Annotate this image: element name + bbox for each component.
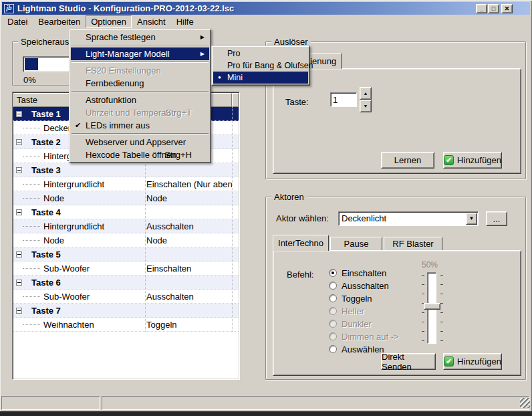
minimize-button[interactable]: _ [476,4,487,13]
tree-collapse-icon[interactable] [16,251,22,257]
row-label: Weihnachten [43,318,94,332]
table-row[interactable]: Hintergrundlicht Ausschalten [13,219,239,233]
menu-bearbeiten[interactable]: Bearbeiten [33,15,86,28]
menu-item-webserver-und-appserver[interactable]: Webserver und Appserver [71,136,209,148]
hinzufuegen-button-label: Hinzufügen [457,356,501,367]
maximize-button[interactable]: □ [488,4,499,13]
menu-item-astrofunktion[interactable]: Astrofunktion [71,94,209,106]
taste-spin-up-icon[interactable]: ▲ [360,87,372,100]
tab-label: Pause [344,239,369,249]
menu-item-hexcode-tabelle-oeffnen[interactable]: Hexcode Tabelle öffnen Strg+H [71,148,209,161]
menu-ansicht[interactable]: Ansicht [132,15,171,28]
close-button[interactable]: ✕ [501,4,513,13]
table-row[interactable]: Node Node [13,191,239,205]
taste-spin-down-icon[interactable]: ▼ [360,100,372,112]
radio-icon [329,320,337,328]
radio-ausschalten[interactable]: Ausschalten [329,281,399,291]
table-row[interactable]: Taste 3 [13,163,239,177]
menu-item-leds-immer-aus[interactable]: ✔ LEDs immer aus [71,119,209,132]
hinzufuegen-button-label: Hinzufügen [457,155,501,165]
tree-collapse-icon[interactable] [16,167,22,173]
radio-icon [329,294,337,302]
tab-rf-blaster[interactable]: RF Blaster [384,237,442,251]
table-row[interactable]: Node Node [13,233,239,247]
aktoren-hinzufuegen-button[interactable]: ✔ Hinzufügen [443,353,502,370]
menu-item-label: Uhrzeit und Temperatur [86,108,176,118]
menu-hilfe[interactable]: Hilfe [171,15,199,28]
menu-datei[interactable]: Datei [2,15,33,28]
combo-dropdown-icon[interactable]: ▼ [466,213,477,225]
title-bar[interactable]: jb Lightman Studio - Konfiguration-PRO-2… [2,2,530,15]
taste-input[interactable] [330,92,357,107]
menu-item-sprache-festlegen[interactable]: Sprache festlegen ▶ [71,31,209,43]
ausloeser-hinzufuegen-button[interactable]: ✔ Hinzufügen [443,152,502,169]
row-value: Node [146,191,232,205]
submenu-item-label: Pro [227,49,240,58]
menu-item-label: Hexcode Tabelle öffnen [86,150,176,160]
row-label: Sub-Woofer [43,290,90,304]
checkmark-icon: ✔ [75,119,81,132]
radio-toggeln[interactable]: Toggeln [329,294,399,304]
menu-item-label: LEDs immer aus [86,120,150,130]
menu-item-label: Sprache festlegen [86,32,156,42]
menu-shortcut: Strg+H [164,148,192,161]
table-row[interactable]: Taste 5 [13,247,239,262]
resize-grip[interactable] [520,398,530,408]
lernen-button-label: Lernen [394,155,421,165]
table-row[interactable]: Taste 7 [13,304,239,318]
submenu-item-mini[interactable]: ● Mini [213,72,308,84]
submenu-item-pro[interactable]: Pro [213,47,308,60]
menu-separator [72,62,209,63]
radio-label: Toggeln [342,294,372,304]
tree-collapse-icon[interactable] [16,209,22,215]
aktor-more-button[interactable]: ... [486,211,507,226]
row-value: Einschalten [146,262,232,276]
memory-percent: 0% [23,75,36,85]
radio-icon [329,345,337,353]
aktor-select[interactable]: Deckenlicht ▼ [338,211,479,226]
tab-pause[interactable]: Pause [330,237,382,251]
menu-optionen[interactable]: Optionen [86,15,132,28]
tree-collapse-icon[interactable] [16,111,22,117]
slider-value: 50% [422,260,438,270]
menu-item-light-manager-modell[interactable]: Light-Manager Modell ▶ [71,47,209,60]
befehl-label: Befehl: [287,270,313,280]
radio-label: Ausschalten [342,281,389,291]
row-value: Toggeln [146,318,232,332]
table-row[interactable]: Taste 4 [13,205,239,219]
menu-item-label: Astrofunktion [86,95,136,105]
tree-collapse-icon[interactable] [16,308,22,314]
table-row[interactable]: Taste 6 [13,276,239,290]
table-row[interactable]: Sub-Woofer Einschalten [13,262,239,276]
row-label: Taste 3 [31,163,61,177]
tree-connector [23,240,40,241]
radio-einschalten[interactable]: Einschalten [329,268,399,278]
radio-bullet-icon: ● [218,72,221,84]
table-row[interactable]: Hintergrundlicht Einschalten (Nur abends… [13,177,239,191]
row-label: Taste 7 [31,304,61,318]
menu-item-fernbedienung[interactable]: Fernbedienung [71,77,209,90]
direkt-senden-button[interactable]: Direkt Senden [381,353,436,370]
memory-progress-fill [25,58,38,70]
tree-connector [23,156,40,157]
table-row[interactable]: Weihnachten Toggeln [13,318,239,332]
row-label: Node [43,233,64,247]
row-label: Taste 5 [31,247,61,262]
radio-dunkler: Dunkler [329,319,399,329]
slider-thumb[interactable] [424,303,440,310]
lernen-button[interactable]: Lernen [381,152,434,169]
tree-collapse-icon[interactable] [16,280,22,286]
radio-label: Dunkler [342,319,372,329]
tree-collapse-icon[interactable] [16,139,22,145]
menu-item-fs20-einstellungen: FS20 Einstellungen [71,64,209,77]
submenu-item-label: Mini [227,73,243,82]
more-button-label: ... [493,214,501,224]
table-row[interactable]: Sub-Woofer Ausschalten [13,290,239,304]
menu-item-label: Webserver und Appserver [86,137,186,147]
slider-ticks-right [440,275,443,342]
menu-separator [72,91,209,92]
tab-label: RF Blaster [392,239,433,249]
submenu-item-label: Pro für Bang & Olufsen [227,61,313,70]
submenu-item-pro-bang-olufsen[interactable]: Pro für Bang & Olufsen [213,60,308,72]
tab-intertechno[interactable]: InterTechno [273,235,329,251]
